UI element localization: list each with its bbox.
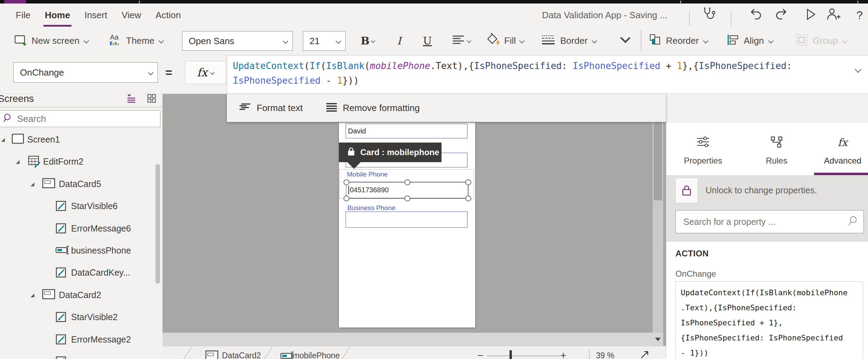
screens-scrollbar-thumb[interactable] (155, 164, 160, 284)
underline-button[interactable]: U (423, 27, 432, 55)
unlock-button[interactable] (675, 178, 698, 203)
tree-item-partial[interactable] (0, 354, 160, 359)
format-text-button[interactable]: Format text (239, 94, 303, 122)
tree-item-Screen1[interactable]: Screen1 (0, 132, 160, 146)
share-button[interactable] (826, 4, 841, 27)
canvas-scroll-down-button[interactable] (653, 333, 663, 346)
preview-button[interactable] (805, 4, 817, 27)
tree-item-DataCardKey...[interactable]: DataCardKey... (0, 265, 160, 279)
formula-token: .Text (430, 61, 458, 71)
formula-token: ( (364, 61, 370, 71)
menu-item-insert[interactable]: Insert (84, 4, 107, 27)
menu-item-home[interactable]: Home (45, 4, 70, 27)
formula-token: mobilePhone (370, 61, 430, 71)
font-size-select[interactable]: 21 (303, 31, 346, 51)
zoom-out-button[interactable]: − (477, 350, 484, 359)
tree-item-DataCard2[interactable]: DataCard2 (0, 288, 160, 302)
business-phone-input[interactable] (346, 212, 467, 228)
formula-token (567, 61, 573, 71)
tree-item-DataCard5[interactable]: DataCard5 (0, 177, 160, 191)
formula-editor[interactable]: UpdateContext(If(IsBlank(mobilePhone.Tex… (227, 55, 868, 94)
canvas-vscrollbar[interactable] (653, 94, 663, 333)
remove-formatting-button[interactable]: Remove formatting (326, 94, 420, 122)
search-icon (3, 113, 13, 124)
zoom-in-button[interactable]: + (560, 350, 567, 359)
menu-item-view[interactable]: View (121, 4, 141, 27)
firstname-input[interactable]: David (346, 124, 467, 138)
resize-handle-bottom-mid[interactable] (404, 195, 410, 201)
chevron-down-icon (210, 70, 215, 75)
tab-advanced[interactable]: fxAdvanced (817, 123, 868, 175)
tree-item-ErrorMessage6[interactable]: ErrorMessage6 (0, 221, 160, 235)
expand-collapse-icon[interactable] (30, 182, 35, 188)
code-line: .Text),{IsPhoneSpecified: (681, 300, 858, 315)
chevron-down-icon (703, 38, 709, 43)
tab-rules[interactable]: Rules (745, 123, 808, 175)
fill-bucket-icon (487, 33, 500, 48)
bold-button[interactable]: B (361, 27, 375, 55)
resize-handle-bottom-right[interactable] (465, 195, 471, 201)
theme-button[interactable]: Aa Theme (109, 27, 163, 55)
property-code-editor[interactable]: UpdateContext(If(IsBlank(mobilePhone.Tex… (675, 281, 863, 359)
tree-item-businessPhone[interactable]: businessPhone (0, 243, 160, 257)
text-align-button[interactable] (452, 27, 471, 55)
formula-token: UpdateContext (233, 61, 304, 71)
firstname-value: David (348, 127, 366, 135)
font-select[interactable]: Open Sans (182, 31, 293, 51)
expand-collapse-icon[interactable] (30, 293, 35, 299)
tree-item-EditForm2[interactable]: EditForm2 (0, 154, 160, 168)
font-size-value: 21 (310, 36, 320, 47)
formula-expand-chevron[interactable] (855, 66, 862, 73)
grid-view-icon[interactable] (147, 94, 156, 104)
help-button[interactable]: ? (856, 4, 863, 27)
ribbon-toolbar: New screen Aa Theme Open Sans 21 B I U (0, 27, 868, 55)
tree-item-ErrorMessage2[interactable]: ErrorMessage2 (0, 332, 160, 346)
menu-items: FileHomeInsertViewAction (16, 4, 181, 27)
reorder-button[interactable]: Reorder (649, 27, 708, 55)
tree-item-StarVisible2[interactable]: StarVisible2 (0, 310, 160, 324)
zoom-slider-track[interactable] (487, 355, 560, 356)
menu-item-action[interactable]: Action (155, 4, 181, 27)
canvas-hscrollbar[interactable] (162, 333, 653, 346)
resize-handle-top-mid[interactable] (404, 179, 410, 185)
property-select[interactable]: OnChange (13, 62, 158, 83)
panel-property-name: OnChange (675, 269, 716, 279)
control-tooltip: Card : mobilephone (339, 143, 442, 162)
fit-to-window-button[interactable] (640, 350, 649, 359)
fx-icon: fx (197, 66, 208, 79)
align-button[interactable]: Align (727, 27, 773, 55)
zoom-slider-thumb[interactable] (509, 350, 512, 359)
tab-properties[interactable]: Properties (673, 123, 733, 175)
group-button[interactable]: Group (795, 27, 847, 55)
screens-header-divider (0, 107, 162, 108)
properties-panel: PropertiesRulesfxAdvanced Unlock to chan… (666, 94, 868, 359)
fill-button[interactable]: Fill (487, 27, 524, 55)
menu-item-file[interactable]: File (16, 4, 30, 27)
redo-button[interactable] (775, 4, 788, 27)
resize-handle-top-left[interactable] (343, 179, 349, 185)
property-search-input[interactable] (683, 216, 838, 227)
resize-handle-bottom-left[interactable] (343, 195, 349, 201)
format-text-icon (239, 103, 251, 113)
new-screen-button[interactable]: New screen (14, 27, 88, 55)
app-screen[interactable]: David Mobile Phone 0451736890 Business P… (339, 123, 475, 327)
app-checker-button[interactable] (702, 4, 715, 27)
fx-dropdown-button[interactable]: fx (185, 61, 226, 84)
list-view-icon[interactable] (127, 94, 136, 104)
border-button[interactable]: Border (541, 27, 596, 55)
app-checker-icon (702, 7, 715, 23)
screens-search-input[interactable] (16, 113, 144, 125)
chevron-down-icon (467, 39, 471, 43)
tree-item-label: ErrorMessage2 (71, 334, 131, 345)
resize-handle-top-right[interactable] (465, 179, 471, 185)
equals-sign: = (165, 62, 172, 83)
tree-item-StarVisible6[interactable]: StarVisible6 (0, 199, 160, 213)
chevron-down-icon (84, 38, 89, 43)
ribbon-expand-button[interactable] (620, 27, 631, 55)
screen-icon (12, 133, 24, 145)
undo-icon (749, 8, 762, 22)
undo-button[interactable] (749, 4, 762, 27)
italic-button[interactable]: I (397, 27, 401, 55)
expand-collapse-icon[interactable] (1, 137, 5, 144)
expand-collapse-icon[interactable] (15, 159, 20, 166)
